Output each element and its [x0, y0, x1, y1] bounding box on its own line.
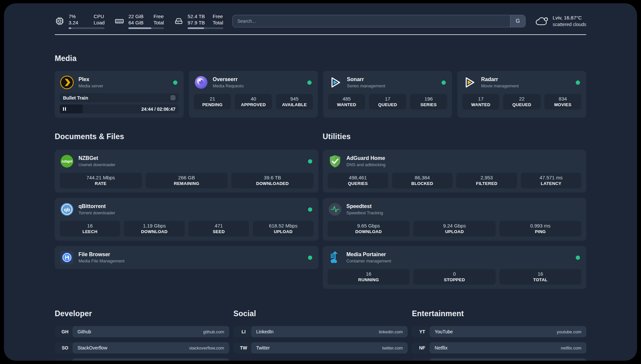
search-provider-button[interactable]: G [510, 15, 525, 27]
bookmark-abbr: NF [412, 342, 432, 353]
entertainment-heading: Entertainment [412, 309, 586, 318]
bookmark-dev[interactable]: DT DEV dev.to [55, 358, 229, 361]
stat-tile: 39.6 TB DOWNLOADED [231, 173, 314, 188]
ram-free-value: 22 GiB [128, 13, 147, 19]
now-playing-row: Bullet Train [60, 93, 179, 102]
bookmark-abbr: GH [55, 326, 75, 337]
ram-progress-bar [128, 27, 164, 29]
filebrowser-icon [60, 250, 74, 265]
stat-label: BLOCKED [393, 181, 451, 186]
stat-label: RUNNING [329, 277, 409, 282]
stat-label: REMAINING [147, 181, 227, 186]
video-camera-icon [170, 95, 175, 100]
stat-value: 16 [329, 271, 409, 277]
stat-label: WANTED [464, 102, 498, 107]
portainer-card[interactable]: Media Portainer Container management 16 … [323, 246, 587, 289]
bookmark-url: twitter.com [382, 346, 403, 350]
bookmark-abbr: LI [233, 326, 254, 337]
qbittorrent-card[interactable]: qb qBittorrent Torrent downloader 16 LEE… [55, 198, 319, 241]
bookmark-github[interactable]: GH Github github.com [55, 326, 229, 337]
app-title: NZBGet [78, 155, 304, 161]
app-subtitle: DNS and adblocking [347, 162, 582, 167]
disk-progress-bar [188, 27, 223, 29]
stat-label: SERIES [412, 102, 446, 107]
stat-tile: 498,461 QUERIES [328, 173, 388, 188]
status-dot [576, 80, 580, 85]
stat-value: 485 [329, 96, 364, 102]
status-dot [308, 256, 312, 260]
app-subtitle: Speedtest Tracking [347, 210, 582, 215]
bookmark-name: Netflix [435, 345, 447, 350]
documents-heading: Documents & Files [55, 132, 319, 141]
app-subtitle: Usenet downloader [78, 162, 304, 167]
adguard-card[interactable]: AdGuard Home DNS and adblocking 498,461 … [323, 150, 587, 193]
speedtest-icon [328, 202, 342, 217]
stat-tile: 22 QUEUED [503, 94, 540, 109]
svg-text:qb: qb [64, 207, 70, 212]
bookmark-name: YouTube [435, 329, 453, 334]
stat-value: 618.52 Mbps [254, 223, 312, 228]
bookmark-stackoverflow[interactable]: SO StackOverflow stackoverflow.com [55, 342, 229, 353]
stat-label: LEECH [61, 229, 119, 234]
app-title: Speedtest [347, 203, 582, 209]
stat-label: PING [501, 229, 580, 234]
stat-value: 40 [236, 96, 270, 102]
stat-value: 471 [190, 223, 248, 228]
stat-value: 16 [61, 223, 119, 228]
bookmark-abbr: YT [412, 326, 432, 337]
playback-progress-bar[interactable]: 24:44 / 02:06:47 [60, 105, 179, 113]
stat-tile: 17 QUEUED [369, 94, 406, 109]
bookmark-linkedin[interactable]: LI LinkedIn linkedin.com [233, 326, 408, 337]
plex-card[interactable]: Plex Media server Bullet Train [55, 71, 184, 118]
bookmark-twitter[interactable]: TW Twitter twitter.com [233, 342, 408, 353]
stat-value: 834 [546, 96, 580, 102]
bookmark-youtube[interactable]: YT YouTube youtube.com [412, 326, 586, 337]
radarr-card[interactable]: Radarr Movie management 17 WANTED 22 QUE… [457, 71, 586, 118]
app-subtitle: Media server [78, 83, 169, 88]
stat-tile: 9.65 Gbps DOWNLOAD [328, 221, 410, 236]
status-dot [576, 256, 580, 260]
weather-condition: scattered clouds [553, 21, 586, 28]
ram-stat: 22 GiB 64 GiB Free Total [114, 13, 164, 29]
radarr-icon [462, 75, 477, 90]
nzbget-card[interactable]: nzbget NZBGet Usenet downloader 744.21 M… [55, 150, 319, 193]
weather-widget: Lviv, 16.87°C scattered clouds [535, 15, 586, 28]
stat-tile: 196 SERIES [410, 94, 447, 109]
search-input[interactable] [233, 15, 510, 27]
stat-value: 498,461 [329, 175, 387, 180]
adguard-icon [328, 154, 342, 168]
stat-tile: 744.21 Mbps RATE [60, 173, 142, 188]
stat-label: DOWNLOAD [125, 229, 183, 234]
bookmark-netflix[interactable]: NF Netflix netflix.com [412, 342, 586, 353]
status-dot [173, 80, 177, 85]
stat-value: 2,953 [458, 175, 515, 180]
cpu-usage-label: CPU [94, 13, 105, 19]
speedtest-card[interactable]: Speedtest Speedtest Tracking 9.65 Gbps D… [323, 198, 587, 241]
filebrowser-card[interactable]: File Browser Media File Management [55, 246, 319, 269]
stat-label: TOTAL [501, 277, 580, 282]
search-bar: G [232, 15, 526, 27]
stat-value: 47.571 ms [522, 175, 580, 180]
ram-free-label: Free [153, 13, 164, 19]
overseerr-card[interactable]: Overseerr Media Requests 21 PENDING 40 A… [189, 71, 318, 118]
stat-value: 86,384 [393, 175, 451, 180]
stat-tile: 618.52 Mbps UPLOAD [253, 221, 313, 236]
stat-tile: 40 APPROVED [235, 94, 272, 109]
stat-label: DOWNLOAD [329, 229, 409, 234]
stat-tile: 86,384 BLOCKED [392, 173, 452, 188]
playback-time: 24:44 / 02:06:47 [141, 106, 179, 112]
bookmark-reddit[interactable]: RE Reddit reddit.com [412, 358, 586, 361]
header: 7% 3.24 CPU Load [55, 13, 586, 29]
sonarr-card[interactable]: Sonarr Series management 485 WANTED 17 Q… [323, 71, 452, 118]
stat-label: RATE [61, 181, 140, 186]
stat-value: 196 [412, 96, 446, 102]
stat-label: FILTERED [458, 181, 515, 186]
stat-tile: 16 RUNNING [328, 269, 410, 285]
bookmark-name: Github [77, 329, 91, 334]
status-dot [308, 159, 312, 164]
stat-value: 1.19 Gbps [125, 223, 183, 228]
stat-label: MOVIES [546, 102, 580, 107]
bookmark-url: stackoverflow.com [189, 346, 224, 350]
weather-location: Lviv, 16.87°C [553, 15, 586, 21]
stat-tile: 47.571 ms LATENCY [521, 173, 581, 188]
